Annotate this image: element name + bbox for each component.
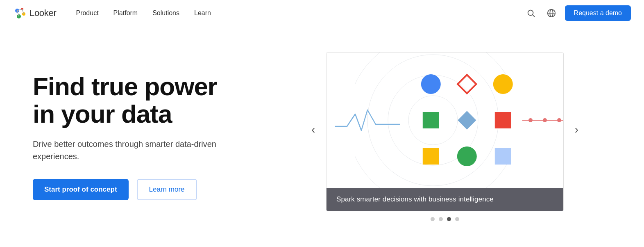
svg-rect-23 [423, 112, 439, 128]
nav-right: Request a demo [524, 5, 631, 21]
carousel-dot-2[interactable] [439, 217, 443, 221]
nav-item-solutions[interactable]: Solutions [146, 6, 186, 20]
svg-rect-24 [458, 111, 476, 129]
carousel-next-button[interactable]: › [571, 120, 582, 140]
shape-yellow-circle [488, 69, 518, 99]
shape-blue-diamond [452, 105, 482, 135]
svg-rect-25 [495, 112, 511, 128]
carousel-visual [327, 53, 563, 188]
svg-point-18 [543, 118, 547, 122]
logo-link[interactable]: Looker [13, 7, 56, 20]
hero-content: Find true powerin your data Drive better… [33, 73, 270, 200]
learn-more-button[interactable]: Learn more [137, 179, 197, 200]
search-icon [526, 9, 535, 18]
hero-section: Find true powerin your data Drive better… [0, 26, 644, 247]
carousel-dots [431, 217, 459, 221]
hero-title: Find true powerin your data [33, 73, 246, 128]
carousel-dot-4[interactable] [455, 217, 459, 221]
globe-button[interactable] [544, 6, 558, 20]
svg-point-22 [493, 74, 513, 94]
shape-green-circle [452, 142, 482, 171]
svg-point-17 [528, 118, 533, 122]
svg-line-8 [533, 15, 535, 17]
red-dots-chart [522, 116, 564, 124]
shape-yellow-square [416, 142, 446, 171]
hero-actions: Start proof of concept Learn more [33, 179, 246, 200]
nav-links: Product Platform Solutions Learn [69, 6, 524, 20]
svg-point-27 [457, 146, 477, 166]
shape-blue-circle [416, 69, 446, 99]
svg-rect-28 [495, 148, 511, 165]
nav-item-product[interactable]: Product [69, 6, 105, 20]
shape-red-diamond [452, 69, 482, 99]
globe-icon [547, 9, 556, 18]
shape-green-square [416, 105, 446, 135]
svg-rect-21 [458, 75, 476, 93]
carousel-dot-3[interactable] [447, 217, 451, 221]
carousel-prev-button[interactable]: ‹ [308, 120, 318, 140]
hero-subtitle: Drive better outcomes through smarter da… [33, 138, 246, 162]
shape-red-square [488, 105, 518, 135]
start-poc-button[interactable]: Start proof of concept [33, 179, 129, 200]
navbar: Looker Product Platform Solutions Learn … [0, 0, 644, 26]
carousel-container: ‹ [326, 52, 564, 211]
hero-carousel: ‹ [270, 52, 619, 221]
logo-text: Looker [29, 8, 56, 18]
carousel-slide: Spark smarter decisions with business in… [326, 52, 564, 211]
svg-point-19 [557, 118, 561, 122]
shapes-grid [416, 69, 518, 171]
svg-point-7 [528, 10, 533, 15]
svg-rect-26 [423, 148, 439, 165]
request-demo-button[interactable]: Request a demo [565, 5, 631, 21]
looker-logo-icon [13, 7, 26, 20]
carousel-dot-1[interactable] [431, 217, 435, 221]
carousel-caption: Spark smarter decisions with business in… [327, 188, 563, 211]
nav-item-platform[interactable]: Platform [107, 6, 145, 20]
svg-point-20 [421, 74, 441, 94]
search-button[interactable] [524, 6, 538, 20]
shape-light-blue-square [488, 142, 518, 171]
line-chart [335, 102, 400, 139]
nav-item-learn[interactable]: Learn [188, 6, 218, 20]
